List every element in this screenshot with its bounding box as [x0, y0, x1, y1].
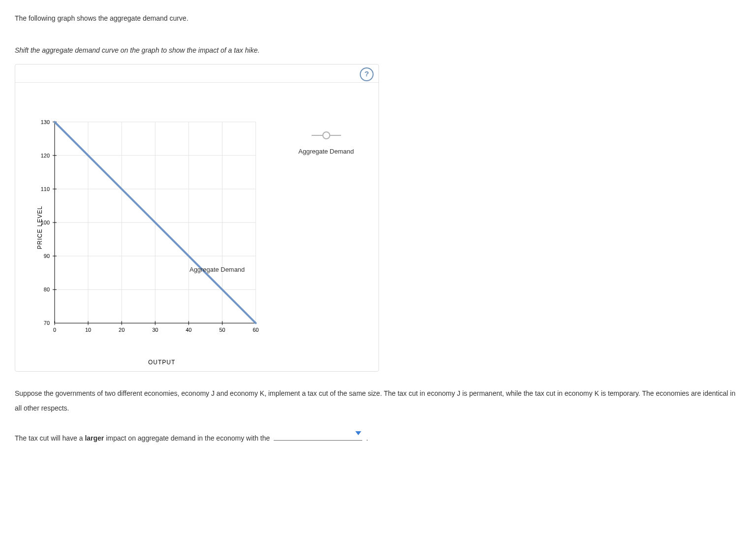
- fill-mid: impact on aggregate demand in the econom…: [104, 434, 272, 442]
- fill-bold: larger: [85, 434, 104, 442]
- chart-svg: 0 10 20 30 40 50 60 70 80 90 100 110 120…: [15, 83, 378, 372]
- y-tick-0: 70: [44, 320, 50, 326]
- chart-header: ?: [15, 64, 378, 83]
- x-tick-4: 40: [186, 327, 191, 333]
- paragraph-two-economies: Suppose the governments of two different…: [15, 386, 741, 415]
- legend-aggregate-demand[interactable]: Aggregate Demand: [298, 132, 354, 155]
- fill-suffix: .: [364, 434, 368, 442]
- instruction-text: Shift the aggregate demand curve on the …: [15, 44, 741, 57]
- curve-annotation: Aggregate Demand: [189, 266, 245, 273]
- intro-text: The following graph shows the aggregate …: [15, 12, 741, 25]
- x-tick-2: 20: [119, 327, 125, 333]
- y-axis-label: PRICE LEVEL: [36, 206, 43, 249]
- fill-prefix: The tax cut will have a: [15, 434, 85, 442]
- chart-body: 0 10 20 30 40 50 60 70 80 90 100 110 120…: [15, 83, 378, 372]
- x-tick-6: 60: [252, 327, 258, 333]
- x-tick-1: 10: [85, 327, 91, 333]
- chart-panel: ?: [15, 64, 379, 372]
- help-button[interactable]: ?: [360, 67, 374, 81]
- y-tick-5: 120: [41, 153, 50, 159]
- x-tick-5: 50: [219, 327, 225, 333]
- y-tick-1: 80: [44, 287, 50, 293]
- answer-dropdown[interactable]: [274, 430, 362, 441]
- x-tick-0: 0: [53, 327, 56, 333]
- fill-in-sentence: The tax cut will have a larger impact on…: [15, 430, 741, 446]
- y-tick-2: 90: [44, 253, 50, 259]
- legend-label: Aggregate Demand: [298, 148, 354, 155]
- y-tick-6: 130: [41, 119, 50, 125]
- legend-symbol: [312, 132, 341, 139]
- x-tick-3: 30: [152, 327, 158, 333]
- chevron-down-icon: [355, 431, 361, 435]
- y-tick-4: 110: [41, 186, 50, 192]
- x-axis-label: OUTPUT: [148, 359, 175, 366]
